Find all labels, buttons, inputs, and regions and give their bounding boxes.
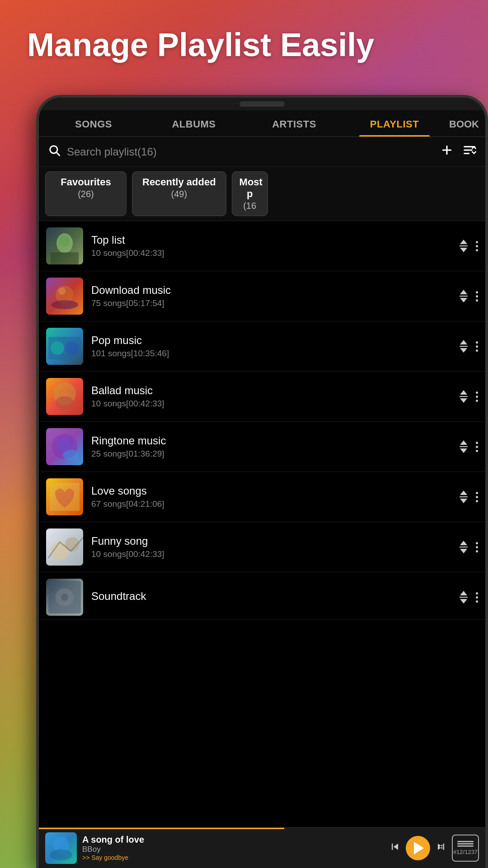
chip-recently-count: (49) — [142, 189, 216, 199]
playlist-name: Download music — [91, 284, 460, 297]
search-input[interactable]: Search playlist(16) — [67, 146, 440, 158]
dot — [476, 546, 478, 548]
prev-button[interactable] — [389, 840, 401, 856]
dot — [476, 550, 478, 552]
more-button[interactable] — [476, 241, 478, 251]
chip-favourites-name: Favourites — [56, 176, 116, 188]
player-controls: #12/1237 — [389, 835, 479, 862]
chip-most-played[interactable]: Most p (16 — [232, 171, 268, 216]
dot — [476, 542, 478, 544]
more-button[interactable] — [476, 592, 478, 603]
queue-button[interactable]: #12/1237 — [452, 835, 479, 862]
svg-point-9 — [59, 236, 70, 246]
sort-button[interactable] — [460, 390, 468, 403]
dot — [476, 345, 478, 348]
add-playlist-button[interactable] — [440, 143, 454, 160]
playlist-name: Love songs — [91, 485, 460, 497]
chip-recently-name: Recently added — [142, 176, 216, 188]
playlist-name: Pop music — [91, 334, 460, 347]
playlist-meta: 75 songs[05:17:54] — [91, 298, 460, 308]
playlist-controls — [460, 390, 478, 403]
page-title: Manage Playlist Easily — [27, 27, 461, 63]
quick-playlist-chips: Favourites (26) Recently added (49) Most… — [39, 167, 485, 221]
svg-point-38 — [50, 849, 72, 860]
more-button[interactable] — [476, 492, 478, 502]
tab-book[interactable]: BOOK — [445, 110, 481, 137]
more-button[interactable] — [476, 291, 478, 302]
sort-filter-button[interactable] — [463, 143, 476, 160]
playlist-controls — [460, 340, 478, 353]
next-button[interactable] — [435, 840, 447, 856]
bottom-player: A song of love BBoy >> Say goodbye — [39, 827, 485, 868]
sort-up-arrow — [460, 591, 467, 595]
dot — [476, 500, 478, 502]
dot — [476, 241, 478, 243]
notch-pill — [239, 101, 285, 107]
dot — [476, 400, 478, 402]
sort-up-arrow — [460, 541, 467, 545]
dot — [476, 446, 478, 448]
svg-rect-10 — [51, 252, 79, 264]
sort-down-arrow — [460, 398, 467, 403]
player-progress-bar — [39, 828, 284, 829]
playlist-item[interactable]: Ballad music 10 songs[00:42:33] — [39, 372, 485, 422]
screen-content: SONGS ALBUMS ARTISTS PLAYLIST BOOK Searc… — [39, 110, 485, 868]
queue-line — [457, 841, 474, 842]
playlist-item[interactable]: Soundtrack — [39, 572, 485, 620]
svg-point-13 — [51, 300, 78, 309]
sort-down-arrow — [460, 298, 467, 302]
sort-up-arrow — [460, 390, 467, 395]
playlist-name: Funny song — [91, 535, 460, 547]
more-button[interactable] — [476, 442, 478, 452]
sort-button[interactable] — [460, 440, 468, 453]
sort-button[interactable] — [460, 290, 468, 302]
playlist-name: Soundtrack — [91, 590, 460, 603]
player-say-goodbye: >> Say goodbye — [82, 854, 389, 861]
chip-favourites[interactable]: Favourites (26) — [45, 171, 127, 216]
dot — [476, 600, 478, 603]
svg-point-35 — [61, 594, 68, 601]
tab-playlist[interactable]: PLAYLIST — [344, 110, 445, 137]
more-button[interactable] — [476, 542, 478, 552]
playlist-info-funny: Funny song 10 songs[00:42:33] — [91, 535, 460, 559]
sort-button[interactable] — [460, 340, 468, 353]
chip-most-count: (16 — [239, 201, 260, 211]
playlist-item[interactable]: Love songs 67 songs[04:21:06] — [39, 472, 485, 522]
playlist-item[interactable]: Funny song 10 songs[00:42:33] — [39, 522, 485, 572]
playlist-controls — [460, 591, 478, 604]
sort-button[interactable] — [460, 541, 468, 553]
more-button[interactable] — [476, 341, 478, 352]
playlist-meta: 10 songs[00:42:33] — [91, 399, 460, 409]
chip-recently-added[interactable]: Recently added (49) — [132, 171, 226, 216]
playlist-info-toplist: Top list 10 songs[00:42:33] — [91, 234, 460, 258]
chip-favourites-count: (26) — [56, 189, 116, 199]
playlist-thumb-download — [46, 278, 83, 315]
play-button[interactable] — [406, 836, 430, 860]
queue-line — [457, 843, 474, 844]
tab-artists[interactable]: ARTISTS — [244, 110, 344, 137]
player-info: A song of love BBoy >> Say goodbye — [82, 835, 389, 861]
sort-button[interactable] — [460, 591, 468, 604]
playlist-item[interactable]: Download music 75 songs[05:17:54] — [39, 271, 485, 321]
sort-down-arrow — [460, 599, 467, 604]
svg-point-17 — [51, 341, 64, 355]
svg-point-21 — [56, 396, 74, 410]
playlist-name: Ringtone music — [91, 434, 460, 447]
playlist-controls — [460, 541, 478, 553]
playlist-controls — [460, 240, 478, 252]
phone-notch — [39, 98, 485, 110]
queue-line — [457, 845, 474, 847]
playlist-item[interactable]: Top list 10 songs[00:42:33] — [39, 221, 485, 271]
play-icon — [414, 842, 424, 854]
queue-count: #12/1237 — [453, 849, 478, 855]
playlist-meta: 101 songs[10:35:46] — [91, 349, 460, 359]
playlist-item[interactable]: Ringtone music 25 songs[01:36:29] — [39, 422, 485, 472]
player-title: A song of love — [82, 835, 389, 845]
sort-button[interactable] — [460, 240, 468, 252]
sort-down-arrow — [460, 549, 467, 553]
more-button[interactable] — [476, 392, 478, 402]
sort-button[interactable] — [460, 491, 468, 503]
tab-songs[interactable]: SONGS — [43, 110, 144, 137]
tab-albums[interactable]: ALBUMS — [144, 110, 244, 137]
playlist-item[interactable]: Pop music 101 songs[10:35:46] — [39, 321, 485, 372]
